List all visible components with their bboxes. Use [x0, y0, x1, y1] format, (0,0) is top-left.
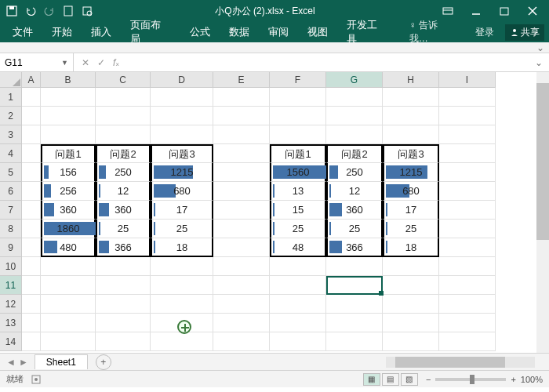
cell[interactable]	[151, 276, 213, 295]
cell[interactable]	[22, 257, 41, 276]
cell[interactable]: 250	[96, 163, 151, 182]
name-box[interactable]: G11▼	[0, 53, 74, 71]
cancel-formula-icon[interactable]: ✕	[82, 57, 89, 68]
cell[interactable]: 问题2	[326, 144, 383, 163]
cell[interactable]	[22, 332, 41, 351]
minimize-icon[interactable]	[463, 2, 489, 20]
row-header[interactable]: 4	[0, 144, 22, 163]
cell[interactable]	[326, 295, 383, 314]
cell[interactable]	[96, 276, 151, 295]
spreadsheet-grid[interactable]: ABCDEFGHI 1234567891011121314 问题1问题2问题3问…	[0, 72, 549, 353]
cell[interactable]: 25	[96, 220, 151, 238]
cell[interactable]: 680	[151, 182, 213, 201]
cell[interactable]	[439, 332, 496, 351]
cell[interactable]: 156	[41, 163, 96, 182]
cell[interactable]	[151, 295, 213, 314]
cell[interactable]	[213, 163, 270, 182]
cell[interactable]	[213, 257, 270, 276]
cell[interactable]	[41, 295, 96, 314]
cell[interactable]	[383, 276, 439, 295]
cell[interactable]: 1860	[41, 220, 96, 238]
cell[interactable]	[439, 144, 496, 163]
cell[interactable]	[22, 107, 41, 125]
cell[interactable]	[151, 332, 213, 351]
undo-icon[interactable]	[22, 2, 39, 20]
cell[interactable]: 25	[270, 220, 326, 238]
column-headers[interactable]: ABCDEFGHI	[22, 72, 496, 88]
cell[interactable]: 问题1	[270, 144, 326, 163]
cell[interactable]	[41, 314, 96, 332]
cell[interactable]: 17	[383, 201, 439, 220]
chevron-down-icon[interactable]: ▼	[61, 59, 68, 67]
row-header[interactable]: 14	[0, 332, 22, 351]
cell[interactable]	[439, 314, 496, 332]
cell[interactable]	[439, 257, 496, 276]
cell[interactable]	[213, 295, 270, 314]
print-preview-icon[interactable]	[78, 2, 96, 20]
close-icon[interactable]	[519, 2, 546, 20]
tab-review[interactable]: 审阅	[260, 22, 296, 42]
row-header[interactable]: 2	[0, 107, 22, 125]
cell[interactable]	[41, 257, 96, 276]
cell[interactable]	[383, 107, 439, 125]
accept-formula-icon[interactable]: ✓	[97, 57, 105, 68]
zoom-out-button[interactable]: −	[426, 375, 431, 384]
cell[interactable]	[96, 88, 151, 107]
cell[interactable]	[22, 144, 41, 163]
cell[interactable]	[270, 295, 326, 314]
cell[interactable]	[22, 220, 41, 238]
cell[interactable]	[22, 238, 41, 257]
column-header[interactable]: B	[41, 72, 96, 88]
cell[interactable]: 680	[383, 182, 439, 201]
cell[interactable]	[213, 107, 270, 125]
cell[interactable]	[151, 88, 213, 107]
cell[interactable]: 问题3	[151, 144, 213, 163]
cell[interactable]: 250	[326, 163, 383, 182]
cell[interactable]	[383, 125, 439, 144]
cell[interactable]	[326, 276, 383, 295]
cell[interactable]	[270, 314, 326, 332]
page-layout-view-icon[interactable]: ▤	[382, 373, 399, 386]
sheet-next-icon[interactable]: ►	[19, 357, 28, 368]
cell[interactable]	[41, 332, 96, 351]
column-header[interactable]: E	[213, 72, 270, 88]
row-header[interactable]: 12	[0, 295, 22, 314]
sheet-tab-1[interactable]: Sheet1	[35, 354, 88, 369]
cell[interactable]	[439, 238, 496, 257]
zoom-in-button[interactable]: +	[511, 375, 515, 384]
cell[interactable]	[439, 220, 496, 238]
fx-icon[interactable]: fₓ	[113, 57, 119, 68]
row-headers[interactable]: 1234567891011121314	[0, 88, 22, 351]
row-header[interactable]: 3	[0, 125, 22, 144]
cell[interactable]	[439, 107, 496, 125]
row-header[interactable]: 5	[0, 163, 22, 182]
cell[interactable]	[22, 276, 41, 295]
expand-formula-icon[interactable]: ⌄	[529, 57, 549, 68]
tab-home[interactable]: 开始	[44, 22, 80, 42]
cell[interactable]	[383, 257, 439, 276]
cell[interactable]	[383, 88, 439, 107]
cell[interactable]	[22, 163, 41, 182]
cell[interactable]: 360	[96, 201, 151, 220]
cell[interactable]: 25	[326, 220, 383, 238]
normal-view-icon[interactable]: ▦	[363, 373, 380, 386]
cell[interactable]	[439, 201, 496, 220]
save-icon[interactable]	[3, 2, 20, 20]
row-header[interactable]: 13	[0, 314, 22, 332]
column-header[interactable]: H	[383, 72, 439, 88]
cells-area[interactable]: 问题1问题2问题3问题1问题2问题31562501215156025012152…	[22, 88, 496, 351]
cell[interactable]: 问题3	[383, 144, 439, 163]
column-header[interactable]: C	[96, 72, 151, 88]
vertical-scrollbar[interactable]	[536, 72, 549, 353]
cell[interactable]: 18	[151, 238, 213, 257]
cell[interactable]: 1215	[383, 163, 439, 182]
cell[interactable]	[22, 295, 41, 314]
column-header[interactable]: G	[326, 72, 383, 88]
cell[interactable]	[213, 201, 270, 220]
cell[interactable]	[96, 257, 151, 276]
cell[interactable]	[151, 125, 213, 144]
row-header[interactable]: 6	[0, 182, 22, 201]
cell[interactable]	[96, 107, 151, 125]
zoom-level[interactable]: 100%	[521, 375, 543, 384]
cell[interactable]	[326, 332, 383, 351]
